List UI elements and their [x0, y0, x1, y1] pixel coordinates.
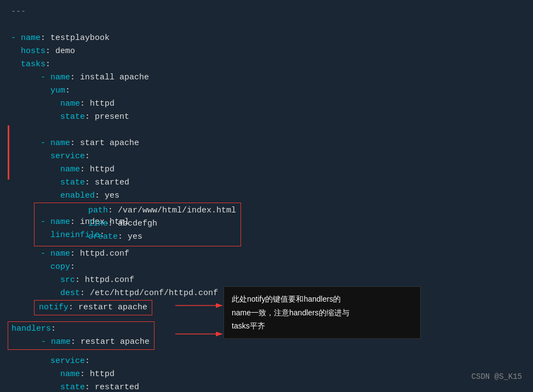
line-service-state: state: started [11, 176, 522, 189]
notify-box: notify: restart apache [34, 300, 152, 315]
line-tasks: tasks: [11, 58, 522, 71]
handlers-box: handlers: - name: restart apache [8, 321, 154, 350]
line-httpd-conf: - name: httpd.conf [11, 247, 218, 261]
line-src: src: httpd.conf [11, 274, 218, 287]
line-handler-name: - name: restart apache [12, 336, 150, 349]
notify-text: notify: restart apache [39, 303, 147, 312]
line-service1: service: [11, 150, 522, 163]
lineinfile-box: path: /var/www/html/index.html line: abc… [34, 203, 241, 246]
line-yum: yum: [11, 84, 522, 97]
line-line: line: abcdefgh [39, 217, 236, 230]
line-service-enabled: enabled: yes [11, 189, 522, 203]
line-yum-name: name: httpd [11, 97, 522, 111]
line-dashes: --- [11, 5, 522, 19]
code-editor-3: service: name: httpd state: restarted [0, 355, 150, 392]
code-editor-2: - name: httpd.conf copy: src: httpd.conf… [0, 247, 229, 300]
line-service-name: name: httpd [11, 163, 522, 176]
line-start-apache: - name: start apache [11, 137, 522, 150]
line-name-testplaybook: - name: testplaybook [11, 32, 522, 45]
line-blank2 [11, 124, 522, 137]
line-copy: copy: [11, 261, 218, 274]
line-hosts: hosts: demo [11, 45, 522, 58]
line-install-apache: - name: install apache [11, 71, 522, 84]
line-handler-svc-name: name: httpd [11, 368, 139, 381]
service-left-border [8, 125, 9, 180]
line-create: create: yes [39, 230, 236, 244]
line-dest: dest: /etc/httpd/conf/httpd.conf [11, 287, 218, 300]
line-blank [11, 19, 522, 32]
annotation-text: 此处notify的键值要和handlers的name一致，注意handlers的… [232, 295, 349, 330]
line-yum-state: state: present [11, 111, 522, 124]
annotation-box: 此处notify的键值要和handlers的name一致，注意handlers的… [223, 286, 421, 339]
line-handler-service: service: [11, 355, 139, 368]
line-handlers: handlers: [12, 322, 150, 336]
line-handler-svc-state: state: restarted [11, 381, 139, 392]
watermark: CSDN @S_K15 [472, 372, 522, 381]
line-path: path: /var/www/html/index.html [39, 204, 236, 217]
